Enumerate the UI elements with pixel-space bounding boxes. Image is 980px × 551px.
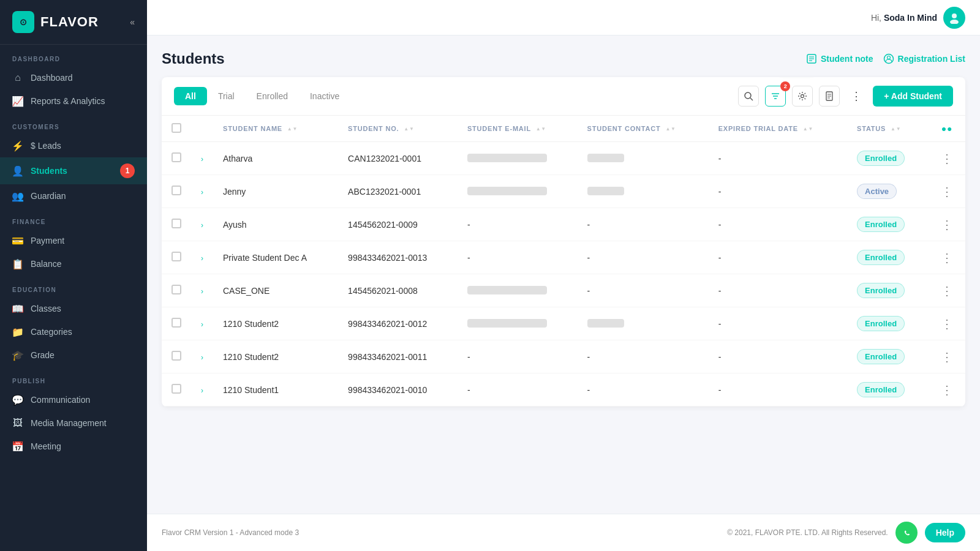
tab-trial[interactable]: Trial bbox=[207, 87, 246, 105]
sidebar-item-reports[interactable]: 📈 Reports & Analytics bbox=[0, 89, 147, 113]
col-header-name: STUDENT NAME ▲▼ bbox=[213, 116, 338, 142]
sidebar-item-label: Grade bbox=[31, 350, 55, 360]
logo-text: FLAVOR bbox=[40, 14, 99, 30]
student-trial: - bbox=[718, 319, 722, 329]
row-more-button[interactable]: ⋮ bbox=[938, 317, 956, 331]
tab-all[interactable]: All bbox=[174, 87, 207, 105]
footer-version: Flavor CRM Version 1 - Advanced mode 3 bbox=[162, 528, 299, 537]
row-checkbox[interactable] bbox=[172, 318, 181, 328]
sidebar-item-grade[interactable]: 🎓 Grade bbox=[0, 343, 147, 367]
row-more-button[interactable]: ⋮ bbox=[938, 184, 956, 199]
filter-button[interactable]: 2 bbox=[765, 86, 786, 107]
whatsapp-button[interactable] bbox=[895, 522, 918, 544]
row-expand-cell: › bbox=[191, 373, 213, 407]
student-contact: - bbox=[587, 220, 590, 230]
add-student-button[interactable]: + Add Student bbox=[873, 86, 953, 107]
sidebar-item-label: Communication bbox=[31, 395, 90, 405]
sidebar-item-dashboard[interactable]: ⌂ Dashboard bbox=[0, 66, 147, 89]
svg-point-1 bbox=[950, 20, 959, 24]
student-contact-cell: - bbox=[578, 241, 709, 274]
sort-icon-email[interactable]: ▲▼ bbox=[536, 127, 546, 132]
header-checkbox[interactable] bbox=[172, 123, 181, 133]
row-more-button[interactable]: ⋮ bbox=[938, 151, 956, 166]
sidebar-item-students[interactable]: 👤 Students 1 bbox=[0, 157, 147, 184]
expand-chevron[interactable]: › bbox=[201, 155, 203, 163]
sidebar-item-payment[interactable]: 💳 Payment bbox=[0, 229, 147, 252]
search-icon bbox=[744, 91, 753, 101]
topbar-avatar[interactable] bbox=[943, 7, 965, 29]
more-options-button[interactable]: ⋮ bbox=[846, 86, 867, 107]
sidebar-item-media[interactable]: 🖼 Media Management bbox=[0, 411, 147, 435]
sort-icon-trial[interactable]: ▲▼ bbox=[803, 127, 813, 132]
student-no-cell: 998433462021-0010 bbox=[338, 373, 458, 407]
student-status-cell: Enrolled bbox=[847, 208, 929, 241]
row-more-button[interactable]: ⋮ bbox=[938, 250, 956, 265]
expand-chevron[interactable]: › bbox=[201, 287, 203, 296]
student-no: ABC1232021-0001 bbox=[348, 187, 421, 197]
export-button[interactable] bbox=[819, 86, 840, 107]
help-button[interactable]: Help bbox=[925, 523, 965, 542]
sort-icon-no[interactable]: ▲▼ bbox=[404, 127, 414, 132]
student-name-cell: Private Student Dec A bbox=[213, 241, 338, 274]
tab-inactive[interactable]: Inactive bbox=[299, 87, 350, 105]
email-blurred bbox=[467, 319, 547, 328]
sort-icon-contact[interactable]: ▲▼ bbox=[665, 127, 676, 132]
expand-chevron[interactable]: › bbox=[201, 254, 203, 263]
sort-icon-name[interactable]: ▲▼ bbox=[287, 127, 298, 132]
sidebar-item-meeting[interactable]: 📅 Meeting bbox=[0, 435, 147, 458]
student-email-cell bbox=[458, 274, 578, 307]
student-contact: - bbox=[587, 385, 590, 395]
expand-chevron[interactable]: › bbox=[201, 353, 203, 362]
collapse-button[interactable]: « bbox=[130, 17, 135, 27]
student-trial-cell: - bbox=[709, 340, 847, 373]
meeting-icon: 📅 bbox=[12, 441, 23, 452]
row-checkbox[interactable] bbox=[172, 384, 181, 394]
svg-line-9 bbox=[750, 98, 753, 100]
sidebar-item-balance[interactable]: 📋 Balance bbox=[0, 252, 147, 276]
student-email-cell: - bbox=[458, 373, 578, 407]
sidebar-item-categories[interactable]: 📁 Categories bbox=[0, 320, 147, 343]
student-no-cell: 1454562021-0008 bbox=[338, 274, 458, 307]
tab-enrolled[interactable]: Enrolled bbox=[246, 87, 299, 105]
row-checkbox[interactable] bbox=[172, 351, 181, 361]
student-status-cell: Enrolled bbox=[847, 373, 929, 407]
row-more-button[interactable]: ⋮ bbox=[938, 383, 956, 397]
email-blurred bbox=[467, 154, 547, 162]
row-more-button[interactable]: ⋮ bbox=[938, 350, 956, 364]
expand-chevron[interactable]: › bbox=[201, 188, 203, 197]
student-trial-cell: - bbox=[709, 274, 847, 307]
expand-chevron[interactable]: › bbox=[201, 386, 203, 395]
student-trial-cell: - bbox=[709, 307, 847, 340]
row-check-cell bbox=[162, 373, 191, 407]
row-checkbox[interactable] bbox=[172, 219, 181, 228]
sidebar-section-dashboard: DASHBOARD bbox=[0, 45, 147, 66]
row-checkbox[interactable] bbox=[172, 152, 181, 162]
student-name: Ayush bbox=[223, 220, 247, 230]
page-title: Students bbox=[162, 50, 225, 67]
registration-list-button[interactable]: Registration List bbox=[883, 53, 965, 64]
row-more-button[interactable]: ⋮ bbox=[938, 283, 956, 298]
student-name: Atharva bbox=[223, 154, 252, 163]
sort-icon-status[interactable]: ▲▼ bbox=[891, 127, 901, 132]
expand-chevron[interactable]: › bbox=[201, 221, 203, 230]
sidebar-item-guardian[interactable]: 👥 Guardian bbox=[0, 184, 147, 208]
row-checkbox[interactable] bbox=[172, 285, 181, 294]
student-contact-cell: - bbox=[578, 208, 709, 241]
row-checkbox[interactable] bbox=[172, 252, 181, 261]
svg-point-7 bbox=[887, 56, 890, 59]
expand-chevron[interactable]: › bbox=[201, 320, 203, 329]
sidebar-item-communication[interactable]: 💬 Communication bbox=[0, 388, 147, 411]
search-button[interactable] bbox=[738, 86, 759, 107]
sidebar-item-label: $ Leads bbox=[31, 141, 61, 151]
student-note-button[interactable]: Student note bbox=[806, 53, 873, 64]
student-trial-cell: - bbox=[709, 208, 847, 241]
settings-button[interactable] bbox=[792, 86, 813, 107]
sidebar-item-leads[interactable]: ⚡ $ Leads bbox=[0, 134, 147, 157]
leads-icon: ⚡ bbox=[12, 140, 23, 151]
row-expand-cell: › bbox=[191, 142, 213, 175]
student-name: CASE_ONE bbox=[223, 286, 270, 296]
row-more-button[interactable]: ⋮ bbox=[938, 217, 956, 232]
sidebar-item-classes[interactable]: 📖 Classes bbox=[0, 297, 147, 320]
row-checkbox[interactable] bbox=[172, 186, 181, 195]
student-email-cell: - bbox=[458, 340, 578, 373]
